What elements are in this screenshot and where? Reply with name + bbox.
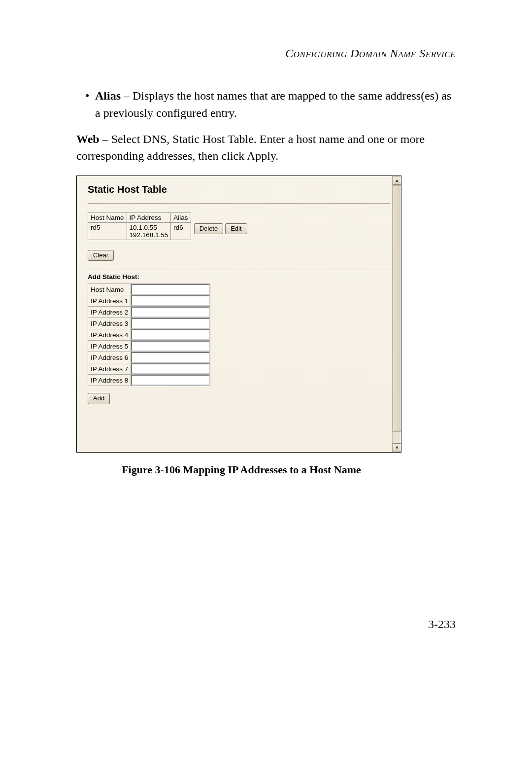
col-ipaddress: IP Address [127,213,171,223]
bullet-term: Alias [95,89,121,102]
label-ip4: IP Address 4 [88,329,131,341]
hostname-input[interactable] [131,284,210,295]
add-button[interactable]: Add [88,393,110,404]
screenshot-panel: Static Host Table Host Name IP Address A… [76,176,401,453]
label-ip7: IP Address 7 [88,363,131,375]
ip7-input[interactable] [131,363,210,374]
figure-caption: Figure 3-106 Mapping IP Addresses to a H… [27,463,456,476]
ip1-input[interactable] [131,295,210,306]
add-host-form: Host Name IP Address 1 IP Address 2 IP A… [88,283,210,386]
ip8-input[interactable] [131,375,210,386]
host-table: Host Name IP Address Alias rd5 10.1.0.55… [88,212,191,240]
ip6-input[interactable] [131,352,210,363]
ip3-input[interactable] [131,318,210,329]
label-ip8: IP Address 8 [88,375,131,386]
delete-button[interactable]: Delete [194,223,224,234]
scroll-up-icon[interactable]: ▲ [393,176,401,185]
vertical-scrollbar[interactable]: ▲ ▼ [392,176,401,452]
scroll-thumb[interactable] [393,185,401,432]
web-term: Web [76,133,100,145]
cell-ips: 10.1.0.55 192.168.1.55 [127,223,171,240]
panel-title: Static Host Table [88,184,390,195]
col-hostname: Host Name [88,213,127,223]
divider-thin [88,270,390,270]
cell-host: rd5 [88,223,127,240]
add-static-title: Add Static Host: [88,273,390,281]
cell-alias: rd6 [171,223,191,240]
label-ip1: IP Address 1 [88,295,131,307]
label-ip3: IP Address 3 [88,318,131,329]
scroll-down-icon[interactable]: ▼ [393,443,401,452]
web-desc: – Select DNS, Static Host Table. Enter a… [76,133,425,163]
bullet-desc: – Displays the host names that are mappe… [95,89,451,119]
edit-button[interactable]: Edit [225,223,247,234]
label-ip6: IP Address 6 [88,352,131,363]
label-hostname: Host Name [88,284,131,295]
label-ip2: IP Address 2 [88,307,131,318]
web-paragraph: Web – Select DNS, Static Host Table. Ent… [76,131,456,165]
divider [88,203,390,204]
col-alias: Alias [171,213,191,223]
page-header: Configuring Domain Name Service [76,47,456,60]
clear-button[interactable]: Clear [88,250,114,261]
ip2-input[interactable] [131,307,210,317]
ip4-input[interactable] [131,329,210,340]
bullet-alias: Alias – Displays the host names that are… [76,87,456,122]
page-number: 3-233 [428,618,456,631]
table-row: rd5 10.1.0.55 192.168.1.55 rd6 [88,223,191,240]
ip5-input[interactable] [131,341,210,352]
label-ip5: IP Address 5 [88,341,131,352]
